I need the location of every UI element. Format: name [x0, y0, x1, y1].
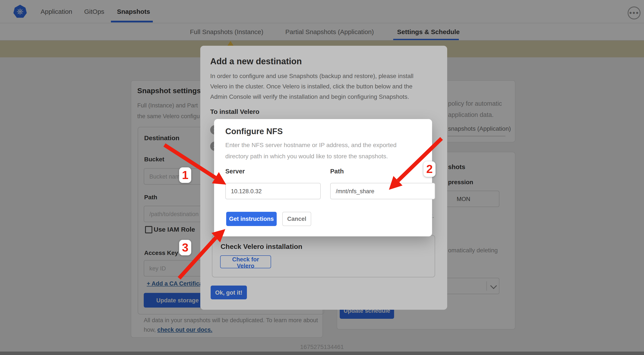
nfs-path-input[interactable] [330, 183, 435, 199]
configure-nfs-dialog: Configure NFS Enter the NFS server hostn… [214, 119, 432, 236]
nfs-description-line2: directory path in which you would like t… [225, 153, 388, 160]
nfs-dialog-title: Configure NFS [225, 127, 283, 136]
get-instructions-button[interactable]: Get instructions [226, 212, 277, 226]
admin-console-page: ⎈ Application GitOps Snapshots ●●● Full … [0, 0, 644, 355]
nfs-description-line1: Enter the NFS server hostname or IP addr… [225, 141, 396, 148]
server-input[interactable] [225, 183, 321, 199]
server-label: Server [225, 168, 245, 175]
cancel-button[interactable]: Cancel [282, 212, 311, 226]
nfs-path-label: Path [330, 168, 344, 175]
